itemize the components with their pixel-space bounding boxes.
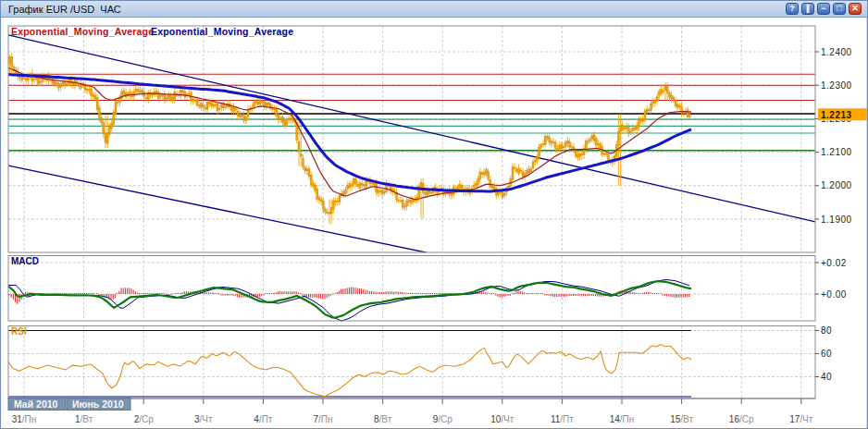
minimize-button[interactable]: − (817, 3, 830, 15)
title-bar[interactable]: График EUR /USD ЧАС ?∥−□✕ (1, 1, 867, 18)
indicator-legend: Exponential_Moving_AverageExponential_Mo… (11, 26, 293, 37)
current-price-label: 1.2213 (821, 110, 852, 120)
price-tick-label: 1.2100 (821, 147, 852, 157)
price-chart[interactable]: 1.24001.23001.22001.21001.20001.1900+0.0… (1, 1, 868, 429)
date-label: 15/Вт (670, 414, 693, 424)
price-tick-label: 1.2400 (821, 47, 852, 57)
date-label: 31/Пн (12, 414, 37, 424)
help-button[interactable]: ? (786, 3, 799, 15)
macd-tick-label: +0.02 (821, 258, 847, 268)
caption-buttons: ?∥−□✕ (786, 3, 863, 15)
date-label: 4/Пт (254, 414, 273, 424)
date-label: 2/Ср (134, 414, 155, 424)
date-label: 9/Ср (433, 414, 453, 424)
current-price-tag: 1.2213 (818, 108, 867, 120)
rsi-panel-label: RSI (11, 326, 27, 337)
rsi-tick-label: 80 (821, 325, 832, 336)
month-tab-label: Май 2010 (14, 398, 58, 410)
window-title: График EUR /USD ЧАС (5, 4, 121, 15)
pause-button[interactable]: ∥ (801, 3, 814, 15)
macd-panel-label: MACD (11, 256, 39, 266)
date-label: 1/Вт (75, 414, 93, 424)
price-tick-label: 1.2300 (821, 80, 852, 91)
rsi-tick-label: 60 (821, 349, 832, 359)
macd-tick-label: +0.00 (821, 289, 847, 300)
date-label: 17/Чт (789, 414, 813, 424)
rsi-tick-label: 40 (821, 372, 832, 382)
date-label: 14/Пн (610, 414, 635, 424)
date-label: 8/Вт (374, 414, 392, 424)
month-tab-label: Июнь 2010 (72, 398, 124, 410)
price-tick-label: 1.1900 (821, 214, 852, 225)
date-label: 3/Чт (194, 414, 213, 424)
date-label: 11/Пт (551, 414, 574, 424)
date-label: 7/Пн (313, 414, 332, 424)
legend-item-1: Exponential_Moving_Average (151, 26, 293, 37)
chart-window: 1.24001.23001.22001.21001.20001.1900+0.0… (0, 0, 868, 429)
legend-item-0: Exponential_Moving_Average (11, 26, 154, 37)
date-label: 16/Ср (729, 414, 754, 424)
close-button[interactable]: ✕ (849, 3, 862, 15)
date-label: 10/Чт (490, 414, 515, 424)
maximize-button[interactable]: □ (833, 3, 846, 15)
price-tick-label: 1.2000 (821, 180, 852, 190)
